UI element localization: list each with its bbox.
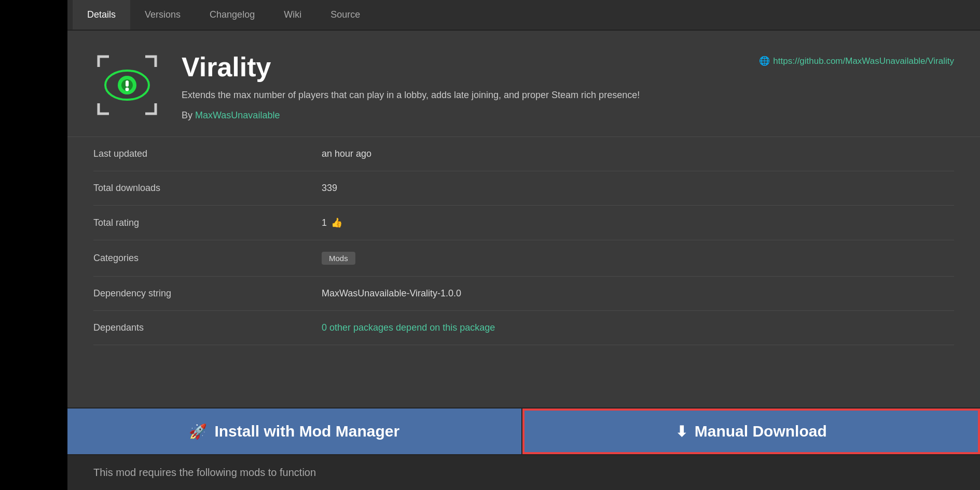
package-info: Virality Extends the max number of playe… bbox=[182, 51, 738, 121]
category-badge[interactable]: Mods bbox=[322, 252, 355, 265]
tab-source[interactable]: Source bbox=[316, 0, 375, 30]
rocket-icon: 🚀 bbox=[189, 423, 207, 440]
tab-details[interactable]: Details bbox=[73, 0, 130, 30]
last-updated-label: Last updated bbox=[93, 148, 322, 159]
tab-wiki[interactable]: Wiki bbox=[269, 0, 316, 30]
categories-value: Mods bbox=[322, 252, 954, 265]
last-updated-value: an hour ago bbox=[322, 148, 954, 159]
dependency-string-label: Dependency string bbox=[93, 288, 322, 299]
website-link[interactable]: 🌐 https://github.com/MaxWasUnavailable/V… bbox=[759, 56, 954, 66]
categories-label: Categories bbox=[93, 253, 322, 264]
categories-row: Categories Mods bbox=[93, 240, 954, 277]
bottom-bar: This mod requires the following mods to … bbox=[67, 454, 980, 490]
svg-point-4 bbox=[126, 88, 129, 91]
manual-download-label: Manual Download bbox=[695, 423, 827, 440]
thumbs-up-icon: 👍 bbox=[331, 217, 342, 228]
rating-number: 1 bbox=[322, 217, 327, 228]
website-url-text: https://github.com/MaxWasUnavailable/Vir… bbox=[773, 56, 954, 66]
left-sidebar bbox=[0, 0, 67, 490]
action-buttons: 🚀 Install with Mod Manager ⬇ Manual Down… bbox=[67, 407, 980, 454]
tab-versions[interactable]: Versions bbox=[130, 0, 195, 30]
bottom-bar-text: This mod requires the following mods to … bbox=[93, 467, 316, 478]
package-description: Extends the max number of players that c… bbox=[182, 89, 738, 102]
dependants-label: Dependants bbox=[93, 322, 322, 333]
total-downloads-row: Total downloads 339 bbox=[93, 171, 954, 206]
package-author: By MaxWasUnavailable bbox=[182, 110, 738, 121]
package-header: Virality Extends the max number of playe… bbox=[67, 31, 980, 137]
globe-icon: 🌐 bbox=[759, 56, 770, 66]
dependants-link[interactable]: 0 other packages depend on this package bbox=[322, 322, 495, 333]
author-link[interactable]: MaxWasUnavailable bbox=[195, 110, 280, 120]
total-downloads-label: Total downloads bbox=[93, 183, 322, 194]
package-website: 🌐 https://github.com/MaxWasUnavailable/V… bbox=[759, 56, 954, 66]
package-title: Virality bbox=[182, 51, 738, 83]
dependants-value: 0 other packages depend on this package bbox=[322, 322, 954, 333]
dependants-row: Dependants 0 other packages depend on th… bbox=[93, 311, 954, 345]
install-with-mod-manager-button[interactable]: 🚀 Install with Mod Manager bbox=[67, 409, 521, 454]
download-icon: ⬇ bbox=[675, 423, 687, 440]
install-button-label: Install with Mod Manager bbox=[214, 423, 399, 440]
last-updated-row: Last updated an hour ago bbox=[93, 137, 954, 171]
dependency-string-row: Dependency string MaxWasUnavailable-Vira… bbox=[93, 277, 954, 311]
tab-bar: Details Versions Changelog Wiki Source bbox=[67, 0, 980, 31]
package-icon bbox=[93, 51, 161, 119]
details-table: Last updated an hour ago Total downloads… bbox=[67, 137, 980, 407]
tab-changelog[interactable]: Changelog bbox=[195, 0, 269, 30]
main-content: Details Versions Changelog Wiki Source bbox=[67, 0, 980, 490]
total-rating-value: 1 👍 bbox=[322, 217, 954, 228]
total-rating-row: Total rating 1 👍 bbox=[93, 206, 954, 240]
header-right: 🌐 https://github.com/MaxWasUnavailable/V… bbox=[759, 51, 954, 66]
manual-download-button[interactable]: ⬇ Manual Download bbox=[522, 409, 981, 454]
svg-rect-3 bbox=[126, 80, 129, 87]
dependency-string-value: MaxWasUnavailable-Virality-1.0.0 bbox=[322, 288, 954, 299]
total-rating-label: Total rating bbox=[93, 217, 322, 228]
total-downloads-value: 339 bbox=[322, 183, 954, 194]
